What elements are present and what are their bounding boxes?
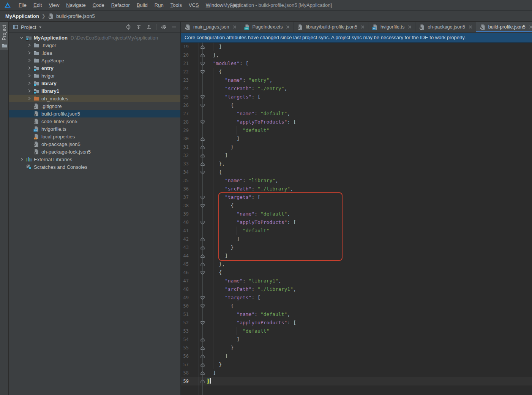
code-line-34[interactable]: 34 { xyxy=(181,168,532,176)
tree-item-local-properties[interactable]: local.properties xyxy=(9,133,180,140)
code-line-50[interactable]: 50 { xyxy=(181,302,532,310)
breadcrumb-project[interactable]: MyApplication xyxy=(5,13,39,19)
editor-tab-build-profile-json5[interactable]: build-profile.json5 xyxy=(476,22,532,32)
editor-tab-main-pages-json[interactable]: main_pages.json xyxy=(181,22,240,32)
close-icon[interactable] xyxy=(407,25,412,29)
code-line-36[interactable]: 36 "srcPath": "./library", xyxy=(181,185,532,193)
editor-tab-oh-package-json5[interactable]: oh-package.json5 xyxy=(415,22,476,32)
code-line-42[interactable]: 42 ] xyxy=(181,235,532,243)
line-number: 52 xyxy=(181,319,189,327)
code-line-25[interactable]: 25 "targets": [ xyxy=(181,93,532,101)
code-line-26[interactable]: 26 { xyxy=(181,101,532,109)
menu-view[interactable]: View xyxy=(45,0,63,11)
code-line-35[interactable]: 35 "name": "library", xyxy=(181,176,532,185)
tree-item-appscope[interactable]: AppScope xyxy=(9,57,180,64)
code-line-46[interactable]: 46 { xyxy=(181,268,532,277)
code-line-47[interactable]: 47 "name": "library1", xyxy=(181,277,532,285)
stripe-tab-project[interactable]: Project xyxy=(0,22,8,50)
editor-tab-hvigorfile-ts[interactable]: TS hvigorfile.ts xyxy=(368,22,415,32)
code-editor[interactable]: 19 ] 20 }, 21 "modules": [ 22 { 23 "name… xyxy=(181,43,532,395)
code-line-23[interactable]: 23 "name": "entry", xyxy=(181,76,532,84)
code-line-39[interactable]: 39 "name": "default", xyxy=(181,210,532,218)
code-line-37[interactable]: 37 "targets": [ xyxy=(181,193,532,201)
code-line-45[interactable]: 45 }, xyxy=(181,260,532,268)
tree-item-idea[interactable]: .idea xyxy=(9,49,180,57)
code-line-52[interactable]: 52 "applyToProducts": [ xyxy=(181,319,532,327)
code-line-40[interactable]: 40 "applyToProducts": [ xyxy=(181,218,532,227)
code-line-43[interactable]: 43 } xyxy=(181,243,532,252)
tree-item-hvigor[interactable]: hvigor xyxy=(9,72,180,79)
code-line-55[interactable]: 55 } xyxy=(181,344,532,352)
menu-edit[interactable]: Edit xyxy=(30,0,45,11)
code-line-38[interactable]: 38 { xyxy=(181,201,532,210)
code-line-41[interactable]: 41 "default" xyxy=(181,227,532,235)
menu-build[interactable]: Build xyxy=(133,0,151,11)
code-line-20[interactable]: 20 }, xyxy=(181,51,532,59)
code-line-19[interactable]: 19 ] xyxy=(181,43,532,51)
code-line-21[interactable]: 21 "modules": [ xyxy=(181,59,532,68)
chevron-spacer xyxy=(25,118,33,124)
code-line-32[interactable]: 32 ] xyxy=(181,151,532,160)
chevron-down-icon[interactable] xyxy=(38,24,43,30)
tree-item-gitignore[interactable]: .gitignore xyxy=(9,102,180,110)
folder-icon xyxy=(33,57,40,63)
code-line-49[interactable]: 49 "targets": [ xyxy=(181,293,532,302)
close-icon[interactable] xyxy=(360,25,365,29)
editor-tab-pageindex-ets[interactable]: ETS PageIndex.ets xyxy=(240,22,294,32)
expand-all-button[interactable] xyxy=(134,23,143,31)
project-panel-title[interactable]: Project xyxy=(21,24,36,30)
menu-file[interactable]: File xyxy=(15,0,30,11)
tree-item-scratches-and-consoles[interactable]: Scratches and Consoles xyxy=(9,163,180,171)
code-line-51[interactable]: 51 "name": "default", xyxy=(181,310,532,319)
code-line-33[interactable]: 33 }, xyxy=(181,160,532,168)
tree-item-oh-package-lock-json5[interactable]: oh-package-lock.json5 xyxy=(9,148,180,155)
json5-file-icon xyxy=(480,24,486,30)
tree-item-myapplication[interactable]: MyApplicationD:\DevEcoStudioProjects\MyA… xyxy=(9,34,180,41)
tab-label: build-profile.json5 xyxy=(488,24,526,30)
tree-item-library[interactable]: library xyxy=(9,79,180,87)
line-number: 45 xyxy=(181,260,189,268)
tree-item-hvigorfile-ts[interactable]: TS hvigorfile.ts xyxy=(9,125,180,133)
locate-button[interactable] xyxy=(124,23,133,31)
code-line-22[interactable]: 22 { xyxy=(181,68,532,76)
menu-navigate[interactable]: Navigate xyxy=(63,0,89,11)
tree-item-code-linter-json5[interactable]: code-linter.json5 xyxy=(9,117,180,125)
code-line-28[interactable]: 28 "applyToProducts": [ xyxy=(181,118,532,126)
line-number: 56 xyxy=(181,352,189,360)
tree-item-entry[interactable]: entry xyxy=(9,64,180,72)
tree-item-oh-modules[interactable]: oh_modules xyxy=(9,95,180,102)
close-icon[interactable] xyxy=(286,25,290,29)
close-icon[interactable] xyxy=(529,25,532,29)
tree-item-build-profile-json5[interactable]: build-profile.json5 xyxy=(9,110,180,117)
tree-item-external-libraries[interactable]: External Libraries xyxy=(9,155,180,163)
code-line-27[interactable]: 27 "name": "default", xyxy=(181,109,532,118)
tree-item-library1[interactable]: library1 xyxy=(9,87,180,95)
code-line-30[interactable]: 30 ] xyxy=(181,135,532,143)
close-icon[interactable] xyxy=(468,25,473,29)
close-icon[interactable] xyxy=(232,25,237,29)
menu-tools[interactable]: Tools xyxy=(167,0,185,11)
libraries-icon xyxy=(25,156,32,162)
menu-code[interactable]: Code xyxy=(89,0,108,11)
breadcrumb-file[interactable]: build-profile.json5 xyxy=(56,13,95,19)
code-line-44[interactable]: 44 ] xyxy=(181,252,532,260)
collapse-all-button[interactable] xyxy=(145,23,153,31)
menu-run[interactable]: Run xyxy=(151,0,167,11)
code-line-58[interactable]: 58 ] xyxy=(181,369,532,377)
code-line-57[interactable]: 57 } xyxy=(181,360,532,369)
code-line-53[interactable]: 53 "default" xyxy=(181,327,532,335)
tree-item-oh-package-json5[interactable]: oh-package.json5 xyxy=(9,140,180,148)
menu-vcs[interactable]: VCS xyxy=(185,0,202,11)
code-line-31[interactable]: 31 } xyxy=(181,143,532,151)
menu-refactor[interactable]: Refactor xyxy=(108,0,133,11)
tree-item-hvigor[interactable]: .hvigor xyxy=(9,41,180,49)
code-line-29[interactable]: 29 "default" xyxy=(181,126,532,135)
code-line-48[interactable]: 48 "srcPath": "./library1", xyxy=(181,285,532,293)
code-line-24[interactable]: 24 "srcPath": "./entry", xyxy=(181,84,532,93)
settings-button[interactable] xyxy=(159,23,168,31)
code-line-59[interactable]: 59 } xyxy=(181,377,532,385)
code-line-56[interactable]: 56 ] xyxy=(181,352,532,360)
editor-tab-library-build-profile-json5[interactable]: library\build-profile.json5 xyxy=(294,22,368,32)
code-line-54[interactable]: 54 ] xyxy=(181,335,532,344)
hide-button[interactable] xyxy=(170,23,178,31)
